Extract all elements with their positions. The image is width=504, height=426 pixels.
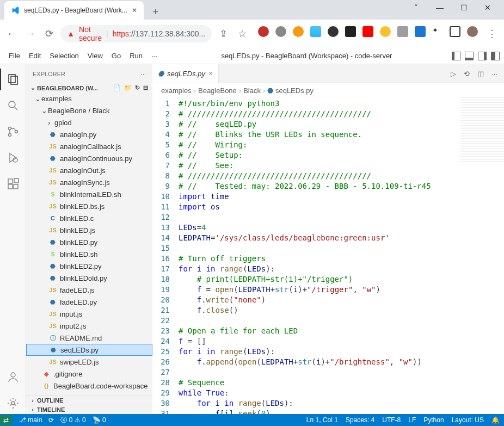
menu-edit[interactable]: Edit: [24, 52, 45, 60]
file-BeagleBoard.code-workspace[interactable]: {}BeagleBoard.code-workspace: [26, 380, 152, 392]
window-close-icon[interactable]: ✕: [482, 2, 493, 13]
cursor-position[interactable]: Ln 1, Col 1: [306, 416, 338, 424]
remote-icon[interactable]: ⇄: [0, 415, 12, 425]
file-input2.js[interactable]: JSinput2.js: [26, 320, 152, 332]
folder-beaglebone---black[interactable]: ⌄ BeagleBone / Black: [26, 104, 152, 116]
activity-accounts[interactable]: [0, 366, 26, 388]
indent-indicator[interactable]: Spaces: 4: [346, 416, 374, 424]
breadcrumb[interactable]: examples ›BeagleBone ›Black ›⬣ seqLEDs.p…: [152, 83, 504, 97]
file-analogInSync.js[interactable]: JSanalogInSync.js: [26, 176, 152, 188]
file-analogIn.py[interactable]: ⬣analogIn.py: [26, 128, 152, 140]
ext-icon[interactable]: [275, 26, 286, 37]
collapse-icon[interactable]: ⊟: [143, 84, 148, 91]
file-seqLEDs.py[interactable]: ⬣seqLEDs.py: [26, 344, 152, 356]
back-button[interactable]: ←: [4, 26, 19, 41]
file-analogInCallback.js[interactable]: JSanalogInCallback.js: [26, 140, 152, 152]
notifications-icon[interactable]: 🔔: [491, 416, 500, 424]
layout-indicator[interactable]: Layout: US: [452, 416, 484, 424]
breadcrumb-item[interactable]: ⬣ seqLEDs.py: [267, 87, 314, 95]
broadcast-icon[interactable]: 📡 0: [93, 416, 106, 424]
menu-···[interactable]: ···: [147, 52, 162, 60]
menu-selection[interactable]: Selection: [45, 52, 83, 60]
layout-right-icon[interactable]: [478, 52, 487, 60]
explorer-more-icon[interactable]: ···: [141, 71, 146, 77]
ext-icon[interactable]: [345, 26, 356, 37]
extensions-icon[interactable]: ✦: [432, 26, 443, 37]
outline-section[interactable]: ›OUTLINE: [26, 396, 152, 405]
file-blinkLED2.py[interactable]: ⬣blinkLED2.py: [26, 260, 152, 272]
file-analogInOut.js[interactable]: JSanalogInOut.js: [26, 164, 152, 176]
file-blinkInternalLED.sh[interactable]: $blinkInternalLED.sh: [26, 188, 152, 200]
sync-icon[interactable]: ⟳: [48, 416, 54, 424]
folder-gpiod[interactable]: › gpiod: [26, 116, 152, 128]
new-folder-icon[interactable]: 📁: [124, 84, 132, 91]
file-input.js[interactable]: JSinput.js: [26, 308, 152, 320]
minimap[interactable]: [460, 97, 504, 163]
browser-tab[interactable]: seqLEDs.py - BeagleBoard (Work... ✕: [4, 1, 144, 20]
chrome-menu-icon[interactable]: ⋮: [484, 26, 500, 41]
reload-button[interactable]: ⟳: [42, 26, 56, 41]
menu-run[interactable]: Run: [125, 52, 147, 60]
language-indicator[interactable]: Python: [423, 416, 444, 424]
layout-bottom-icon[interactable]: [465, 52, 474, 60]
ext-icon[interactable]: [328, 26, 339, 37]
breadcrumb-item[interactable]: examples: [161, 87, 192, 95]
menu-file[interactable]: File: [4, 52, 24, 60]
activity-search[interactable]: [0, 95, 26, 116]
share-icon[interactable]: ⇪: [216, 26, 230, 41]
window-minimize-icon[interactable]: —: [434, 2, 445, 13]
split-editor-icon[interactable]: ◫: [477, 70, 484, 78]
editor-tab[interactable]: ⬣ seqLEDs.py ×: [152, 64, 219, 83]
file-blinkLED.py[interactable]: ⬣blinkLED.py: [26, 236, 152, 248]
activity-extensions[interactable]: [0, 173, 26, 195]
file-blinkLED.js[interactable]: JSblinkLED.js: [26, 224, 152, 236]
encoding-indicator[interactable]: UTF-8: [382, 416, 401, 424]
activity-settings[interactable]: [0, 392, 26, 414]
window-maximize-icon[interactable]: ☐: [458, 2, 469, 13]
forward-button[interactable]: →: [23, 26, 37, 41]
code-content[interactable]: #!/usr/bin/env python3# ////////////////…: [179, 97, 504, 414]
problems-indicator[interactable]: ⓧ 0 ⚠ 0: [60, 416, 85, 425]
ext-youtube-icon[interactable]: [362, 26, 373, 37]
layout-left-icon[interactable]: [452, 52, 460, 60]
ext-icon[interactable]: [397, 26, 408, 37]
activity-run-debug[interactable]: [0, 147, 26, 169]
bookmark-icon[interactable]: ☆: [235, 26, 249, 41]
close-tab-icon[interactable]: ×: [208, 69, 213, 78]
file-README.md[interactable]: ⓘREADME.md: [26, 332, 152, 344]
ext-icon[interactable]: [310, 26, 321, 37]
window-dropdown-icon[interactable]: ˅: [410, 2, 421, 13]
refresh-icon[interactable]: ↻: [135, 84, 140, 91]
file-blinkLED.c[interactable]: CblinkLED.c: [26, 212, 152, 224]
breadcrumb-item[interactable]: Black: [243, 87, 261, 95]
activity-source-control[interactable]: [0, 121, 26, 143]
activity-explorer[interactable]: [0, 69, 26, 90]
ext-ublock-icon[interactable]: [258, 26, 269, 37]
file-fadeLED.js[interactable]: JSfadeLED.js: [26, 284, 152, 296]
ext-icon[interactable]: [450, 26, 460, 37]
timeline-section[interactable]: ›TIMELINE: [26, 405, 152, 414]
file-blinkLED.sh[interactable]: $blinkLED.sh: [26, 248, 152, 260]
menu-go[interactable]: Go: [107, 52, 125, 60]
new-file-icon[interactable]: 📄: [113, 84, 121, 91]
ext-icon[interactable]: [293, 26, 304, 37]
close-icon[interactable]: ✕: [132, 7, 137, 14]
editor-more-icon[interactable]: ···: [491, 70, 497, 78]
file-blinkLED.bs.js[interactable]: JSblinkLED.bs.js: [26, 200, 152, 212]
run-icon[interactable]: ▷: [451, 70, 456, 78]
breadcrumb-item[interactable]: BeagleBone: [198, 87, 237, 95]
file-analogInContinuous.py[interactable]: ⬣analogInContinuous.py: [26, 152, 152, 164]
file-blinkLEDold.py[interactable]: ⬣blinkLEDold.py: [26, 272, 152, 284]
file-fadeLED.py[interactable]: ⬣fadeLED.py: [26, 296, 152, 308]
file-.gitignore[interactable]: ◆.gitignore: [26, 368, 152, 380]
profile-avatar[interactable]: [467, 26, 478, 37]
eol-indicator[interactable]: LF: [408, 416, 416, 424]
branch-indicator[interactable]: ⎇ main: [19, 416, 42, 424]
ext-icon[interactable]: [415, 26, 426, 37]
new-tab-button[interactable]: +: [148, 4, 163, 20]
workspace-header[interactable]: ⌄ BEAGLEBOARD (W... 📄 📁 ↻ ⊟: [26, 83, 152, 92]
folder-examples[interactable]: ⌄ examples: [26, 92, 152, 104]
menu-view[interactable]: View: [83, 52, 107, 60]
file-swipeLED.js[interactable]: JSswipeLED.js: [26, 356, 152, 368]
address-bar[interactable]: ▲ Not secure | https://137.112.38.84:300…: [60, 25, 212, 42]
